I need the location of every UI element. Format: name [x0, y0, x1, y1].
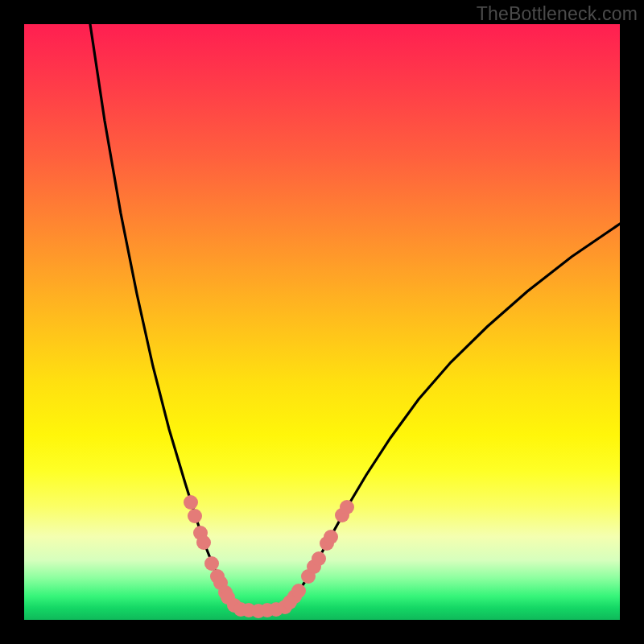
data-dot — [291, 584, 306, 598]
curve-left — [90, 24, 240, 609]
data-dot — [324, 530, 338, 544]
data-dot — [196, 535, 211, 550]
data-dot — [312, 551, 326, 566]
overlay-svg — [24, 24, 620, 620]
plot-area — [24, 24, 620, 620]
chart-stage: TheBottleneck.com — [0, 0, 644, 644]
data-dot — [188, 509, 202, 523]
curve-right — [283, 224, 620, 609]
watermark-label: TheBottleneck.com — [477, 3, 638, 25]
data-dot — [204, 556, 219, 571]
data-dot — [340, 500, 354, 514]
data-dot — [184, 495, 198, 510]
